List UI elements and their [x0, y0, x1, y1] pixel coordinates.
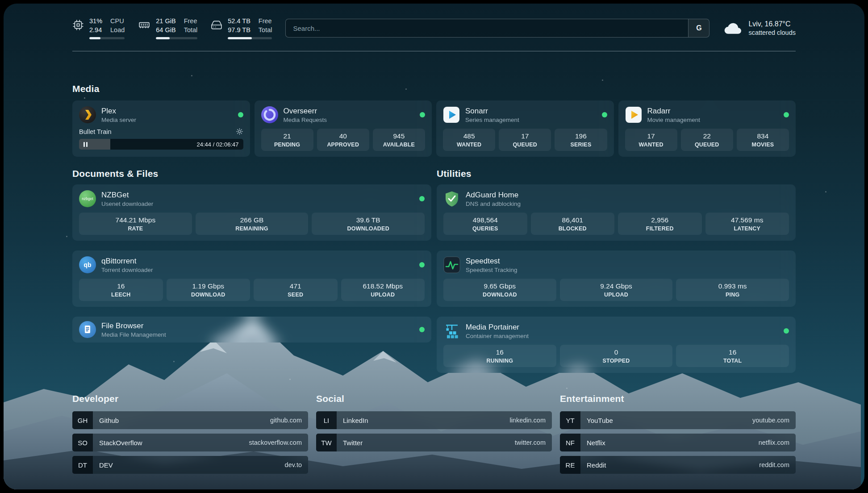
app-card-radarr[interactable]: Radarr Movie management 17 WANTED 22 QUE… [618, 100, 796, 157]
weather-condition: scattered clouds [748, 29, 796, 36]
weather-location-temp: Lviv, 16.87°C [748, 20, 796, 28]
stat-label: SEED [255, 292, 336, 298]
app-card-filebrowser[interactable]: File Browser Media File Management [72, 317, 431, 343]
stat-value: 618.52 Mbps [343, 282, 423, 290]
stat-label: QUEUED [683, 142, 731, 148]
status-dot-online [419, 262, 425, 267]
status-dot-online [784, 328, 789, 334]
stat-label: WANTED [445, 142, 493, 148]
stat-value: 196 [556, 132, 605, 140]
app-card-portainer[interactable]: Media Portainer Container management 16 … [437, 317, 796, 373]
stat-label: REMAINING [197, 226, 307, 232]
media-grid: Plex Media server Bullet Train [72, 100, 796, 157]
stat-value: 0 [562, 348, 671, 356]
pause-icon[interactable] [83, 142, 88, 147]
memory-total: 64 GiB [156, 26, 175, 34]
bookmark-stackoverflow[interactable]: SO StackOverflow stackoverflow.com [72, 434, 308, 451]
stat-box: 618.52 Mbps UPLOAD [341, 279, 425, 301]
status-dot-online [602, 112, 607, 117]
stat-label: FILTERED [620, 226, 700, 232]
stat-box: 17 WANTED [625, 129, 677, 151]
bookmark-dev[interactable]: DT DEV dev.to [72, 456, 308, 474]
stat-value: 498,564 [445, 216, 526, 224]
cpu-icon [72, 19, 84, 31]
bookmark-twitter[interactable]: TW Twitter twitter.com [316, 434, 552, 451]
section-title-social: Social [316, 393, 552, 404]
bookmark-url: stackoverflow.com [249, 439, 302, 446]
header-divider [72, 51, 796, 51]
app-description: Usenet downloader [101, 201, 153, 207]
app-card-adguard[interactable]: AdGuard Home DNS and adblocking 498,564 … [437, 184, 796, 241]
stat-value: 0.993 ms [678, 282, 787, 290]
app-description: DNS and adblocking [466, 201, 521, 207]
search-bar: G [285, 19, 709, 38]
playback-progress-bar[interactable]: 24:44 / 02:06:47 [79, 139, 243, 150]
sonarr-icon [443, 106, 460, 123]
stat-box: 22 QUEUED [681, 129, 733, 151]
bookmark-url: github.com [270, 417, 302, 424]
app-card-speedtest[interactable]: Speedtest Speedtest Tracking 9.65 Gbps D… [437, 251, 796, 307]
app-card-qbittorrent[interactable]: qb qBittorrent Torrent downloader [72, 251, 431, 307]
stat-box: 498,564 QUERIES [443, 213, 527, 235]
cpu-load-label: Load [110, 26, 125, 34]
stat-box: 9.65 Gbps DOWNLOAD [443, 279, 556, 301]
bookmark-url: linkedin.com [509, 417, 546, 424]
app-card-nzbget[interactable]: nzbget NZBGet Usenet downloader 74 [72, 184, 431, 241]
bookmark-github[interactable]: GH Github github.com [72, 411, 308, 429]
bookmark-url: dev.to [285, 461, 302, 468]
gear-icon[interactable] [236, 128, 243, 135]
stat-value: 86,401 [533, 216, 613, 224]
stat-value: 16 [445, 348, 555, 356]
svg-text:nzbget: nzbget [82, 196, 93, 201]
section-title-media: Media [72, 84, 796, 94]
bookmark-youtube[interactable]: YT YouTube youtube.com [560, 411, 796, 429]
radarr-icon [625, 106, 642, 123]
utilities-column: Utilities [437, 168, 796, 373]
search-engine-button[interactable]: G [688, 19, 709, 37]
bookmark-abbr: DT [72, 456, 93, 474]
app-name: qBittorrent [101, 257, 153, 266]
storage-total-label: Total [259, 26, 272, 34]
bookmark-abbr: YT [560, 411, 580, 429]
bookmark-netflix[interactable]: NF Netflix netflix.com [560, 434, 796, 451]
stat-value: 47.569 ms [707, 216, 788, 224]
storage-icon [211, 19, 222, 31]
storage-free: 52.4 TB [228, 17, 250, 25]
stat-label: RATE [81, 226, 190, 232]
bookmark-linkedin[interactable]: LI LinkedIn linkedin.com [316, 411, 552, 429]
app-card-overseerr[interactable]: Overseerr Media Requests 21 PENDING 40 A… [255, 100, 432, 157]
stat-value: 1.19 Gbps [168, 282, 249, 290]
cpu-progress-fill [89, 37, 100, 39]
stat-box: 86,401 BLOCKED [531, 213, 615, 235]
app-card-plex[interactable]: Plex Media server Bullet Train [72, 100, 250, 157]
bookmark-reddit[interactable]: RE Reddit reddit.com [560, 456, 796, 474]
app-card-sonarr[interactable]: Sonarr Series management 485 WANTED 17 Q… [436, 100, 614, 157]
bookmark-label: LinkedIn [343, 417, 368, 424]
stat-value: 266 GB [197, 216, 307, 224]
bookmark-url: netflix.com [759, 439, 789, 446]
app-description: Container management [466, 333, 529, 339]
search-input[interactable] [286, 19, 688, 37]
app-description: Media File Management [101, 331, 166, 338]
stat-value: 17 [501, 132, 549, 140]
stat-label: UPLOAD [343, 292, 423, 298]
stat-label: STOPPED [562, 358, 671, 364]
speedtest-icon [443, 256, 460, 273]
app-name: Overseerr [284, 107, 327, 116]
stat-label: QUEUED [501, 142, 549, 148]
app-description: Movie management [647, 117, 701, 123]
app-description: Media Requests [284, 117, 327, 123]
filebrowser-icon [79, 321, 96, 338]
status-dot-online [420, 112, 425, 117]
section-title-utilities: Utilities [437, 168, 796, 179]
stat-box: 17 QUEUED [499, 129, 551, 151]
stat-value: 39.6 TB [313, 216, 423, 224]
app-description: Series management [465, 117, 519, 123]
stat-label: DOWNLOADED [313, 226, 423, 232]
dashboard-window: 31% CPU 2.94 Load 21 GiB Free 64 GiB Tot… [4, 4, 864, 489]
weather-widget: Lviv, 16.87°C scattered clouds [723, 20, 796, 36]
status-dot-online [784, 112, 789, 117]
nzbget-icon: nzbget [79, 190, 96, 207]
documents-column: Documents & Files nzbget [72, 168, 431, 373]
app-name: NZBGet [101, 191, 153, 200]
